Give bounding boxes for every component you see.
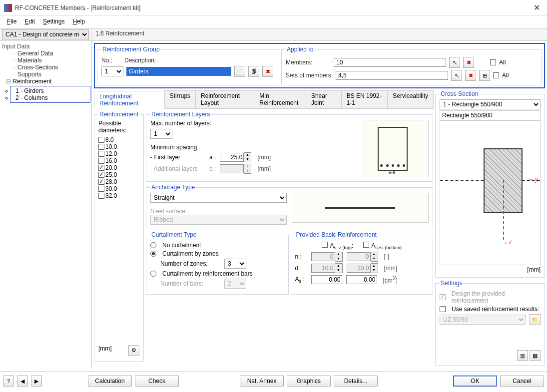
first-layer-label: - First layer <box>150 154 205 161</box>
bars-select: 2 <box>224 279 246 289</box>
radio-zones[interactable] <box>150 251 156 257</box>
copy-group-icon[interactable]: 🗐 <box>248 66 259 77</box>
tab-stirrups[interactable]: Stirrups <box>164 90 196 108</box>
menu-bar: File Edit Settings Help <box>0 16 547 28</box>
diameter-8.0[interactable]: 8.0 <box>98 136 139 143</box>
nav-reinf-columns[interactable]: 2 - Columns <box>12 94 88 101</box>
check-button[interactable]: Check <box>135 376 179 387</box>
layers-legend: Reinforcement Layers <box>150 111 211 118</box>
possible-label: Possible diameters: <box>98 120 139 134</box>
calculation-button[interactable]: Calculation <box>88 376 132 387</box>
radio-no-curtail[interactable] <box>150 242 156 248</box>
units-button[interactable]: ⚙ <box>128 345 139 356</box>
menu-edit[interactable]: Edit <box>21 17 38 26</box>
nav-materials[interactable]: Materials <box>1 57 90 64</box>
prev-icon[interactable]: ◀ <box>17 376 28 387</box>
b-input <box>220 164 244 173</box>
diameter-28.0[interactable]: 28.0 <box>98 178 139 185</box>
max-layers-label: Max. number of layers: <box>150 120 359 127</box>
annex-button[interactable]: Nat. Annex <box>240 376 284 387</box>
cross-name: Rectangle 550/900 <box>440 110 541 120</box>
diameter-16.0[interactable]: 16.0 <box>98 157 139 164</box>
as-bot-check[interactable] <box>363 242 369 248</box>
pick-sets-icon[interactable]: ↖ <box>451 70 462 81</box>
nav-reinforcement[interactable]: Reinforcement <box>1 78 90 85</box>
ok-button[interactable]: OK <box>453 376 497 387</box>
saved-open-icon[interactable]: 📁 <box>530 314 541 325</box>
pick-members-icon[interactable]: ↖ <box>449 57 460 68</box>
sets-input[interactable] <box>336 71 448 80</box>
next-icon[interactable]: ▶ <box>31 376 42 387</box>
tab-en1992[interactable]: BS EN 1992-1-1 <box>341 90 388 108</box>
all-sets-check[interactable] <box>493 72 499 78</box>
cross-info-icon[interactable]: ▥ <box>517 350 528 361</box>
reinf-unit: [mm] <box>98 345 112 356</box>
tab-serviceability[interactable]: Serviceability <box>387 90 434 108</box>
menu-file[interactable]: File <box>4 17 19 26</box>
addl-layer-label: - Additional layers <box>150 165 205 172</box>
layers-preview: ⇤a <box>364 120 429 177</box>
b-label: b : <box>209 165 216 172</box>
group-legend: Reinforcement Group <box>101 46 161 53</box>
zones-select[interactable]: 3 <box>224 259 246 269</box>
nav-reinf-girders[interactable]: 1 - Girders <box>12 87 88 94</box>
tab-min[interactable]: Min Reinforcement <box>254 90 306 108</box>
provided-legend: Provided Basic Reinforcement <box>295 231 378 238</box>
diameter-12.0[interactable]: 12.0 <box>98 150 139 157</box>
details-button[interactable]: Details... <box>334 376 378 387</box>
tab-layout[interactable]: Reinforcement Layout <box>195 90 254 108</box>
help-icon[interactable]: ? <box>3 376 14 387</box>
steel-surface-select: Ribbed <box>150 215 286 225</box>
close-icon[interactable]: ✕ <box>531 3 543 12</box>
a-label: a : <box>209 154 216 161</box>
n-bot <box>347 252 371 261</box>
graphics-button[interactable]: Graphics <box>287 376 331 387</box>
new-group-icon[interactable]: 📄 <box>234 66 245 77</box>
tab-shear[interactable]: Shear Joint <box>306 90 342 108</box>
clear-sets-icon[interactable]: ✖ <box>465 70 476 81</box>
clear-members-icon[interactable]: ✖ <box>463 57 474 68</box>
all-members-check[interactable] <box>490 59 496 65</box>
cross-render-icon[interactable]: ▦ <box>530 350 541 361</box>
diameter-10.0[interactable]: 10.0 <box>98 143 139 150</box>
nav-general[interactable]: General Data <box>1 50 90 57</box>
saved-check[interactable] <box>440 306 446 312</box>
cross-legend: Cross-Section <box>440 90 479 97</box>
cross-select[interactable]: 1 - Rectangle 550/900 <box>440 99 541 109</box>
diameter-25.0[interactable]: 25.0 <box>98 171 139 178</box>
menu-settings[interactable]: Settings <box>40 17 67 26</box>
diameter-20.0[interactable]: 20.0 <box>98 164 139 171</box>
app-icon <box>4 4 12 12</box>
sets-label: Sets of members: <box>286 72 333 79</box>
delete-group-icon[interactable]: ✖ <box>262 66 273 77</box>
group-desc-input[interactable] <box>126 67 231 76</box>
tab-longitudinal[interactable]: Longitudinal Reinforcement <box>94 91 165 109</box>
diameter-32.0[interactable]: 32.0 <box>98 192 139 199</box>
members-label: Members: <box>286 59 331 66</box>
case-select[interactable]: CA1 - Design of concrete memb <box>2 29 89 39</box>
as-top-check[interactable] <box>322 242 328 248</box>
group-no-select[interactable]: 1 <box>101 66 123 76</box>
design-check <box>440 294 446 300</box>
diameter-30.0[interactable]: 30.0 <box>98 185 139 192</box>
nav-cross[interactable]: Cross-Sections <box>1 64 90 71</box>
nav-root[interactable]: Input Data <box>1 43 90 50</box>
settings-legend: Settings <box>440 280 463 287</box>
radio-bars[interactable] <box>150 271 156 277</box>
section-header: 1.6 Reinforcement <box>91 28 148 40</box>
a-input[interactable] <box>220 153 244 162</box>
members-input[interactable] <box>334 58 446 67</box>
menu-help[interactable]: Help <box>69 17 88 26</box>
n-top <box>311 252 335 261</box>
cross-preview: → y ↓ z <box>440 120 541 265</box>
sets-extra-icon[interactable]: ⊞ <box>479 70 490 81</box>
d-bot <box>347 264 371 273</box>
d-top <box>311 264 335 273</box>
max-layers-select[interactable]: 1 <box>150 129 172 139</box>
no-label: No.: <box>101 57 121 64</box>
as-top-val <box>311 275 342 284</box>
cancel-button[interactable]: Cancel <box>500 376 544 387</box>
anchor-type-select[interactable]: Straight <box>150 193 286 203</box>
applied-legend: Applied to <box>286 46 314 53</box>
nav-supports[interactable]: Supports <box>1 71 90 78</box>
